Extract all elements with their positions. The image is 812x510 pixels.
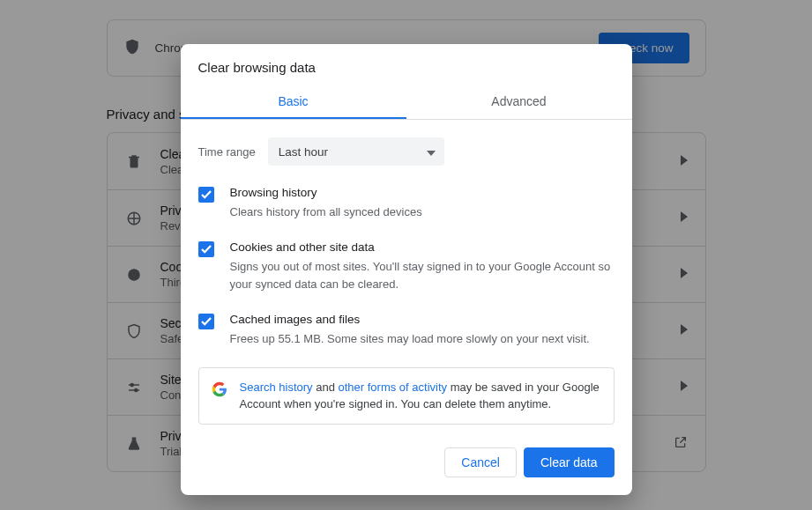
dialog-actions: Cancel Clear data bbox=[181, 430, 632, 495]
clear-data-button[interactable]: Clear data bbox=[524, 447, 615, 477]
time-range-select[interactable]: Last hour bbox=[268, 137, 444, 166]
dialog-tabs: Basic Advanced bbox=[181, 84, 632, 120]
dialog-title: Clear browsing data bbox=[181, 44, 632, 84]
option-cookies: Cookies and other site data Signs you ou… bbox=[198, 240, 615, 292]
link-search-history[interactable]: Search history bbox=[240, 381, 313, 394]
link-other-activity[interactable]: other forms of activity bbox=[339, 381, 448, 394]
clear-browsing-data-dialog: Clear browsing data Basic Advanced Time … bbox=[181, 44, 632, 495]
caret-down-icon bbox=[427, 145, 436, 159]
option-title: Cookies and other site data bbox=[230, 240, 615, 256]
option-sub: Frees up 55.1 MB. Some sites may load mo… bbox=[230, 330, 615, 348]
checkbox-cached[interactable] bbox=[198, 314, 214, 329]
checkbox-browsing-history[interactable] bbox=[198, 187, 214, 203]
checkbox-cookies[interactable] bbox=[198, 241, 214, 257]
time-range-value: Last hour bbox=[279, 145, 328, 159]
tab-basic[interactable]: Basic bbox=[181, 84, 406, 119]
notice-text: Search history and other forms of activi… bbox=[240, 379, 601, 413]
option-browsing-history: Browsing history Clears history from all… bbox=[198, 185, 615, 220]
time-range-row: Time range Last hour bbox=[198, 137, 615, 166]
time-range-label: Time range bbox=[198, 145, 256, 159]
option-cached: Cached images and files Frees up 55.1 MB… bbox=[198, 312, 615, 347]
tab-advanced[interactable]: Advanced bbox=[406, 84, 632, 119]
google-account-notice: Search history and other forms of activi… bbox=[198, 367, 615, 425]
option-title: Browsing history bbox=[230, 185, 615, 202]
google-logo-icon bbox=[212, 381, 227, 397]
option-title: Cached images and files bbox=[230, 312, 615, 329]
option-sub: Clears history from all synced devices bbox=[230, 203, 615, 221]
cancel-button[interactable]: Cancel bbox=[444, 447, 517, 477]
option-sub: Signs you out of most sites. You'll stay… bbox=[230, 258, 615, 292]
